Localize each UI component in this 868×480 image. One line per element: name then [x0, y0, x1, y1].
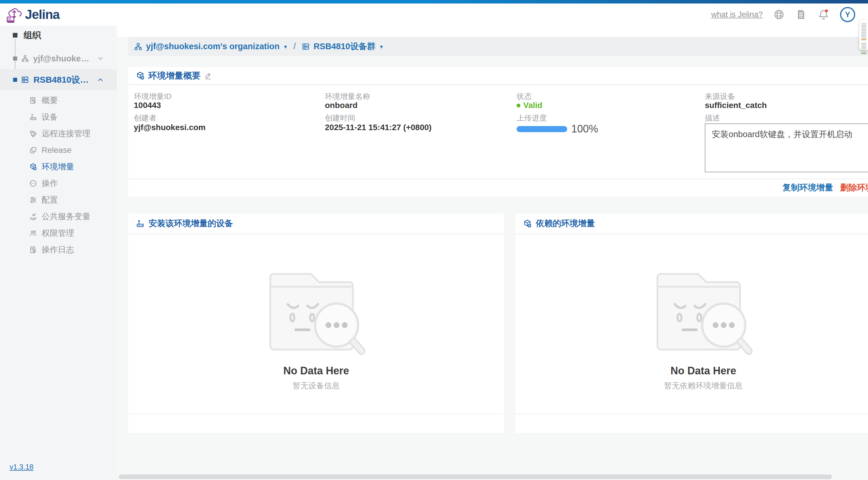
panel-actions: 复制环境增量 删除环境增量 — [128, 179, 868, 197]
field-label-created: 创建时间 — [325, 113, 355, 123]
breadcrumb: yjf@shuokesi.com's organization ▼ / RSB4… — [128, 37, 868, 56]
app-logo[interactable]: Jelina — [5, 6, 60, 23]
sidebar-item-label: 环境增量 — [41, 161, 74, 172]
release-icon — [29, 146, 37, 154]
field-value-id: 100443 — [134, 101, 161, 110]
public-service-vars-icon — [29, 212, 37, 221]
sidebar-item-label: 远程连接管理 — [41, 128, 90, 139]
operation-log-icon — [29, 246, 37, 254]
field-label-progress: 上传进度 — [517, 113, 547, 123]
delete-env-increment-button[interactable]: 删除环境增量 — [840, 179, 868, 197]
sidebar-item-label: 公共服务变量 — [41, 211, 90, 222]
chevron-up-icon[interactable] — [97, 76, 104, 84]
bell-icon[interactable] — [817, 8, 830, 21]
panel-header: 环境增量概要 — [128, 67, 868, 84]
empty-state-subtitle: 暂无设备信息 — [292, 381, 340, 391]
description-textarea[interactable]: 安装onboard软键盘，并设置开机启动 — [705, 123, 868, 172]
card-header: 依赖的环境增量 — [516, 213, 868, 234]
sidebar-item-config[interactable]: 配置 — [0, 191, 117, 208]
sidebar-item-operation-log[interactable]: 操作日志 — [0, 241, 117, 258]
sidebar-item-device-group[interactable]: RSB4810设… — [0, 69, 117, 90]
card-header: 安装该环境增量的设备 — [128, 213, 504, 234]
divider — [128, 84, 868, 85]
tree-node-square — [13, 57, 17, 61]
header-actions: what is Jelina? Y — [711, 7, 855, 22]
device-group-icon — [21, 76, 29, 84]
document-icon[interactable] — [795, 9, 807, 20]
device-icon — [29, 113, 37, 121]
breadcrumb-device-group[interactable]: RSB4810设备群 ▼ — [301, 41, 384, 52]
sidebar-item-label: 权限管理 — [41, 228, 74, 239]
card-body: No Data Here 暂无设备信息 — [128, 234, 504, 391]
sidebar-item-public-service-vars[interactable]: 公共服务变量 — [0, 208, 117, 225]
sidebar-item-label: 概要 — [41, 95, 58, 106]
field-value-status: Valid — [517, 101, 542, 110]
globe-icon[interactable] — [773, 9, 785, 20]
empty-state-title: No Data Here — [283, 365, 349, 377]
field-label-status: 状态 — [517, 91, 532, 101]
breadcrumb-org-label: yjf@shuokesi.com's organization — [146, 41, 280, 51]
caret-down-icon: ▼ — [283, 44, 288, 50]
field-label-id: 环境增量ID — [134, 91, 172, 101]
empty-state-subtitle: 暂无依赖环境增量信息 — [664, 381, 743, 391]
edit-pencil-icon[interactable] — [204, 72, 212, 80]
field-value-source: sufficient_catch — [705, 101, 767, 110]
main-content: yjf@shuokesi.com's organization ▼ / RSB4… — [117, 26, 868, 480]
sidebar-item-devices[interactable]: 设备 — [0, 109, 117, 125]
sidebar-item-organization[interactable]: yjf@shuoke… — [0, 50, 117, 67]
sidebar-item-label: RSB4810设… — [33, 74, 89, 86]
env-increment-cube-icon — [523, 219, 532, 228]
device-group-icon — [301, 42, 310, 51]
empty-state-title: No Data Here — [671, 365, 736, 377]
empty-folder-illustration — [642, 260, 765, 362]
upload-progress: 100% — [517, 123, 598, 135]
avatar[interactable]: Y — [840, 7, 855, 22]
breadcrumb-organization[interactable]: yjf@shuokesi.com's organization ▼ — [134, 41, 288, 51]
field-label-description: 描述 — [705, 113, 720, 123]
version-link[interactable]: v1.3.18 — [9, 463, 33, 471]
progress-bar — [517, 126, 567, 132]
env-increment-cube-icon — [29, 163, 37, 171]
sidebar-item-overview[interactable]: 概要 — [0, 92, 117, 109]
organization-icon — [134, 42, 143, 51]
device-icon — [135, 219, 145, 228]
sidebar-item-operations[interactable]: 操作 — [0, 175, 117, 191]
status-text: Valid — [523, 101, 542, 110]
env-increment-cube-icon — [135, 71, 145, 80]
field-label-name: 环境增量名称 — [325, 91, 370, 101]
status-dot — [517, 103, 520, 108]
help-link[interactable]: what is Jelina? — [711, 10, 763, 19]
sidebar-item-label: 操作日志 — [41, 244, 74, 255]
breadcrumb-group-label: RSB4810设备群 — [314, 41, 375, 52]
sidebar-item-label: 配置 — [41, 194, 58, 206]
overview-icon — [29, 96, 37, 104]
sidebar-item-label: Release — [41, 146, 71, 155]
field-value-created: 2025-11-21 15:41:27 (+0800) — [325, 123, 432, 132]
permission-users-icon — [29, 229, 37, 237]
field-label-creator: 创建者 — [134, 113, 156, 123]
floating-side-widget[interactable] — [859, 20, 868, 50]
caret-down-icon: ▼ — [379, 44, 384, 50]
sidebar-section-title: 组织 — [24, 29, 41, 41]
sidebar-item-env-increment[interactable]: 环境增量 — [0, 158, 117, 175]
card-footer-divider — [516, 414, 868, 414]
app-header: Jelina what is Jelina? Y — [0, 3, 868, 26]
sidebar-section-organization: 组织 — [0, 29, 117, 42]
horizontal-scrollbar-thumb[interactable] — [119, 475, 832, 479]
sidebar-item-label: 操作 — [41, 178, 58, 189]
cloud-logo-icon — [5, 6, 23, 23]
tree-node-square — [13, 78, 17, 82]
progress-percent: 100% — [571, 123, 598, 135]
sidebar-item-release[interactable]: Release — [0, 142, 117, 158]
sidebar-item-remote-connection[interactable]: 远程连接管理 — [0, 125, 117, 142]
panel-title: 环境增量概要 — [148, 70, 201, 82]
breadcrumb-separator: / — [293, 41, 296, 51]
content-top-strip — [117, 26, 868, 37]
sidebar-item-permission[interactable]: 权限管理 — [0, 225, 117, 241]
copy-env-increment-button[interactable]: 复制环境增量 — [782, 179, 833, 197]
card-title: 依赖的环境增量 — [536, 218, 595, 229]
chevron-down-icon[interactable] — [97, 55, 104, 62]
field-value-name: onboard — [325, 101, 358, 110]
remote-connection-icon — [29, 129, 37, 138]
sidebar: 组织 yjf@shuoke… RSB4810设… 概要 设备 — [0, 26, 117, 480]
